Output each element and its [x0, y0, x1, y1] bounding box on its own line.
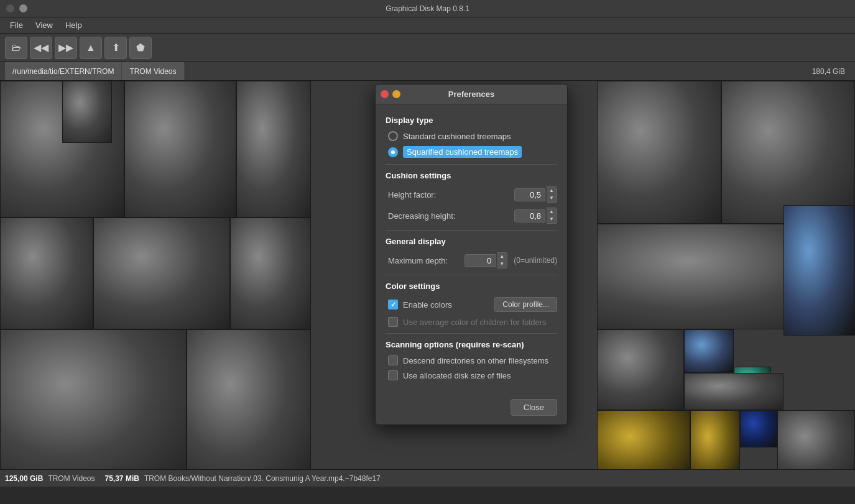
home-icon: ⬟: [136, 42, 145, 53]
treemap-cell[interactable]: [236, 81, 311, 218]
breadcrumb-bar: /run/media/tio/EXTERN/TROM TROM Videos 1…: [0, 62, 855, 81]
back-icon: ◀◀: [34, 42, 49, 53]
divider-1: [386, 164, 557, 165]
treemap-cell[interactable]: [721, 81, 855, 224]
status-size-1: 125,00 GiB: [5, 474, 43, 483]
preferences-close-button[interactable]: Close: [511, 399, 557, 416]
up-icon: ▲: [86, 42, 96, 53]
preferences-dialog: Preferences Display type Standard cushio…: [375, 84, 568, 425]
max-depth-hint: (0=unlimited): [514, 256, 557, 265]
avg-color-label: Use average color of children for folder…: [403, 318, 547, 327]
dialog-close-btn[interactable]: [381, 90, 389, 98]
window-minimize-btn[interactable]: [19, 4, 27, 12]
max-depth-value: ▲ ▼ (0=unlimited): [464, 252, 557, 268]
radio-squarified[interactable]: Squarified cushioned treemaps: [386, 146, 557, 158]
descend-dirs-label: Descend directories on other filesystems: [403, 356, 548, 365]
home-button[interactable]: ⬟: [129, 37, 152, 59]
divider-3: [386, 275, 557, 275]
dialog-footer: Close: [376, 394, 567, 424]
radio-standard-circle[interactable]: [388, 131, 398, 141]
treemap-cell[interactable]: [93, 218, 230, 329]
app-title: Graphical Disk Map 0.8.1: [386, 4, 469, 13]
treemap-cell[interactable]: [684, 373, 783, 410]
decreasing-height-value: ▲ ▼: [514, 208, 557, 224]
treemap-cell[interactable]: [187, 329, 311, 485]
enable-colors-label: Enable colors: [403, 300, 452, 309]
open-folder-button[interactable]: 🗁: [5, 37, 27, 59]
height-factor-down[interactable]: ▼: [547, 195, 557, 202]
decreasing-height-up[interactable]: ▲: [547, 208, 557, 216]
max-depth-input[interactable]: [464, 254, 496, 267]
forward-button[interactable]: ▶▶: [55, 37, 77, 59]
title-bar: Graphical Disk Map 0.8.1: [0, 0, 855, 17]
breadcrumb-current[interactable]: TROM Videos: [122, 62, 184, 80]
decreasing-height-down[interactable]: ▼: [547, 216, 557, 223]
color-profile-button[interactable]: Color profile...: [494, 297, 557, 312]
treemap-cell[interactable]: [783, 205, 855, 336]
menu-bar: File View Help: [0, 17, 855, 34]
up-top-button[interactable]: ⬆: [104, 37, 127, 59]
dialog-titlebar: Preferences: [376, 85, 567, 104]
treemap-cell[interactable]: [230, 218, 311, 329]
height-factor-spinner: ▲ ▼: [547, 186, 557, 203]
max-depth-down[interactable]: ▼: [497, 260, 507, 268]
status-bar: 125,00 GiB TROM Videos 75,37 MiB TROM Bo…: [0, 469, 855, 487]
descend-dirs-checkbox[interactable]: [388, 355, 398, 365]
avg-color-row: Use average color of children for folder…: [386, 317, 557, 327]
back-button[interactable]: ◀◀: [30, 37, 52, 59]
avg-color-checkbox[interactable]: [388, 317, 398, 327]
toolbar: 🗁 ◀◀ ▶▶ ▲ ⬆ ⬟: [0, 34, 855, 62]
dialog-minimize-btn[interactable]: [392, 90, 400, 98]
cushion-settings-heading: Cushion settings: [386, 171, 557, 180]
dialog-title: Preferences: [448, 89, 494, 99]
allocated-size-checkbox[interactable]: [388, 370, 398, 380]
color-settings-heading: Color settings: [386, 282, 557, 291]
max-depth-label: Maximum depth:: [388, 256, 464, 265]
up-button[interactable]: ▲: [80, 37, 102, 59]
display-type-heading: Display type: [386, 116, 557, 125]
treemap-cell[interactable]: [124, 81, 236, 218]
allocated-size-row: Use allocated disk size of files: [386, 370, 557, 380]
window-close-btn[interactable]: [6, 4, 14, 12]
height-factor-label: Height factor:: [388, 190, 514, 199]
menu-view[interactable]: View: [30, 19, 58, 31]
treemap-cell[interactable]: [597, 329, 684, 410]
height-factor-value: ▲ ▼: [514, 186, 557, 203]
treemap-cell[interactable]: [0, 218, 93, 329]
height-factor-up[interactable]: ▲: [547, 187, 557, 195]
treemap-cell[interactable]: [62, 81, 112, 143]
max-depth-row: Maximum depth: ▲ ▼ (0=unlimited): [386, 252, 557, 268]
enable-colors-checkbox[interactable]: [388, 300, 398, 309]
up-top-icon: ⬆: [112, 42, 120, 53]
descend-dirs-row: Descend directories on other filesystems: [386, 355, 557, 365]
max-depth-spinner: ▲ ▼: [497, 252, 507, 268]
treemap-cell[interactable]: [740, 410, 777, 447]
radio-squarified-circle[interactable]: [388, 147, 398, 157]
scanning-options-heading: Scanning options (requires re-scan): [386, 340, 557, 349]
height-factor-input[interactable]: [514, 188, 545, 201]
decreasing-height-row: Decreasing height: ▲ ▼: [386, 208, 557, 224]
treemap-cell[interactable]: [597, 81, 721, 224]
treemap-cell[interactable]: [0, 329, 187, 485]
window-controls: [6, 4, 27, 12]
allocated-size-label: Use allocated disk size of files: [403, 371, 511, 380]
decreasing-height-input[interactable]: [514, 209, 545, 222]
height-factor-row: Height factor: ▲ ▼: [386, 186, 557, 203]
dialog-content: Display type Standard cushioned treemaps…: [376, 104, 567, 394]
divider-2: [386, 230, 557, 231]
divider-4: [386, 333, 557, 334]
radio-squarified-label: Squarified cushioned treemaps: [403, 146, 522, 158]
radio-standard-label: Standard cushioned treemaps: [403, 132, 511, 141]
status-label-1: TROM Videos: [48, 474, 95, 483]
decreasing-height-label: Decreasing height:: [388, 211, 514, 221]
general-display-heading: General display: [386, 237, 557, 246]
radio-standard[interactable]: Standard cushioned treemaps: [386, 131, 557, 141]
treemap-cell[interactable]: [684, 329, 734, 373]
breadcrumb-path[interactable]: /run/media/tio/EXTERN/TROM: [5, 62, 122, 80]
max-depth-up[interactable]: ▲: [497, 253, 507, 260]
menu-help[interactable]: Help: [60, 19, 87, 31]
dialog-controls: [381, 90, 400, 98]
folder-icon: 🗁: [11, 42, 21, 53]
menu-file[interactable]: File: [5, 19, 28, 31]
status-size-2: 75,37 MiB: [105, 474, 139, 483]
